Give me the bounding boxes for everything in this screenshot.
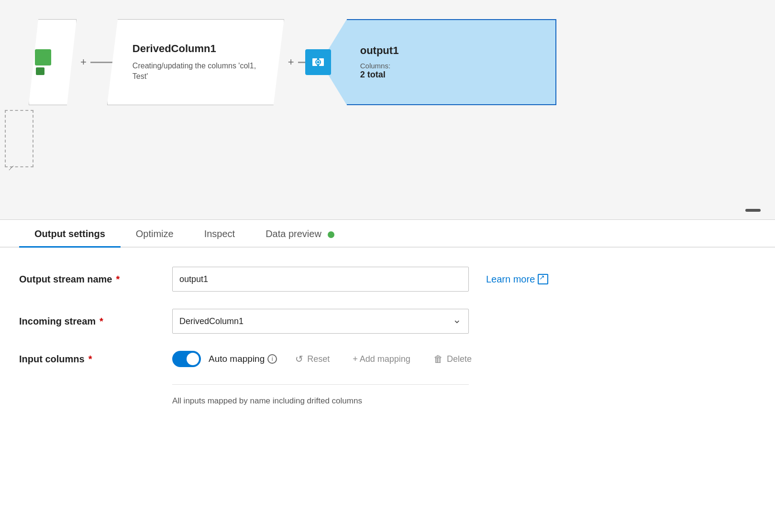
auto-mapping-toggle[interactable] <box>172 351 201 367</box>
required-star-2: * <box>100 316 103 327</box>
reset-button[interactable]: ↺ Reset <box>291 351 333 367</box>
tab-data-preview[interactable]: Data preview <box>250 220 350 248</box>
sink-icon <box>305 49 331 75</box>
output-stream-name-input[interactable] <box>172 267 469 292</box>
delete-button[interactable]: 🗑 Delete <box>430 352 476 367</box>
input-columns-row: Input columns * Auto mapping i ↺ Reset +… <box>19 351 756 367</box>
output-columns-value: 2 total <box>360 70 534 80</box>
derived-node-desc: Creating/updating the columns 'col1, Tes… <box>133 61 263 82</box>
dashed-arrow: ⟋ <box>7 163 15 173</box>
incoming-stream-row: Incoming stream * DerivedColumn1 <box>19 309 756 334</box>
prev-node[interactable] <box>29 19 77 105</box>
pipeline-wrapper: + DerivedColumn1 Creating/updating the c… <box>29 19 556 105</box>
sink-connector-icon-area <box>305 49 331 75</box>
add-node-button-left[interactable]: + <box>80 56 87 68</box>
add-mapping-button[interactable]: + Add mapping <box>349 352 414 366</box>
sink-svg <box>310 54 326 70</box>
derived-node-title: DerivedColumn1 <box>133 43 263 55</box>
action-buttons: ↺ Reset + Add mapping 🗑 Delete <box>291 351 476 367</box>
output-node[interactable]: output1 Columns: 2 total <box>321 19 556 105</box>
svg-point-3 <box>317 61 319 64</box>
toggle-slider <box>172 351 201 367</box>
data-preview-dot <box>328 231 334 238</box>
minimize-button[interactable] <box>745 209 761 212</box>
tabs-bar: Output settings Optimize Inspect Data pr… <box>0 220 775 248</box>
output-node-body: output1 Columns: 2 total <box>347 19 548 105</box>
trash-icon: 🗑 <box>433 354 443 365</box>
learn-more-link[interactable]: Learn more <box>486 274 548 285</box>
tab-inspect[interactable]: Inspect <box>189 220 250 248</box>
form-separator <box>172 384 469 385</box>
output-stream-name-label: Output stream name * <box>19 274 172 285</box>
auto-mapping-info-icon: i <box>267 354 277 364</box>
tab-optimize[interactable]: Optimize <box>121 220 189 248</box>
canvas-area: + DerivedColumn1 Creating/updating the c… <box>0 0 775 220</box>
external-link-icon <box>538 274 548 284</box>
input-columns-label: Input columns * <box>19 354 172 365</box>
settings-panel: Output settings Optimize Inspect Data pr… <box>0 220 775 532</box>
help-text: All inputs mapped by name including drif… <box>172 396 756 406</box>
output-node-title: output1 <box>360 44 534 57</box>
tab-output-settings[interactable]: Output settings <box>19 220 121 248</box>
incoming-stream-label: Incoming stream * <box>19 316 172 327</box>
auto-mapping-label: Auto mapping <box>209 354 265 364</box>
required-star-3: * <box>89 354 92 365</box>
empty-node-placeholder: ⟋ <box>5 110 33 167</box>
output-stream-name-row: Output stream name * Learn more <box>19 267 756 292</box>
required-star-1: * <box>116 274 120 285</box>
output-columns-label: Columns: <box>360 62 534 70</box>
incoming-stream-select-wrapper: DerivedColumn1 <box>172 309 469 334</box>
incoming-stream-select[interactable]: DerivedColumn1 <box>172 309 469 334</box>
settings-content: Output stream name * Learn more Incoming… <box>0 248 775 420</box>
derived-column-node[interactable]: DerivedColumn1 Creating/updating the col… <box>107 19 284 105</box>
prev-node-icon <box>35 49 51 75</box>
add-node-button-right[interactable]: + <box>288 56 294 68</box>
reset-icon: ↺ <box>295 353 303 365</box>
output-node-right-bar <box>548 19 556 105</box>
